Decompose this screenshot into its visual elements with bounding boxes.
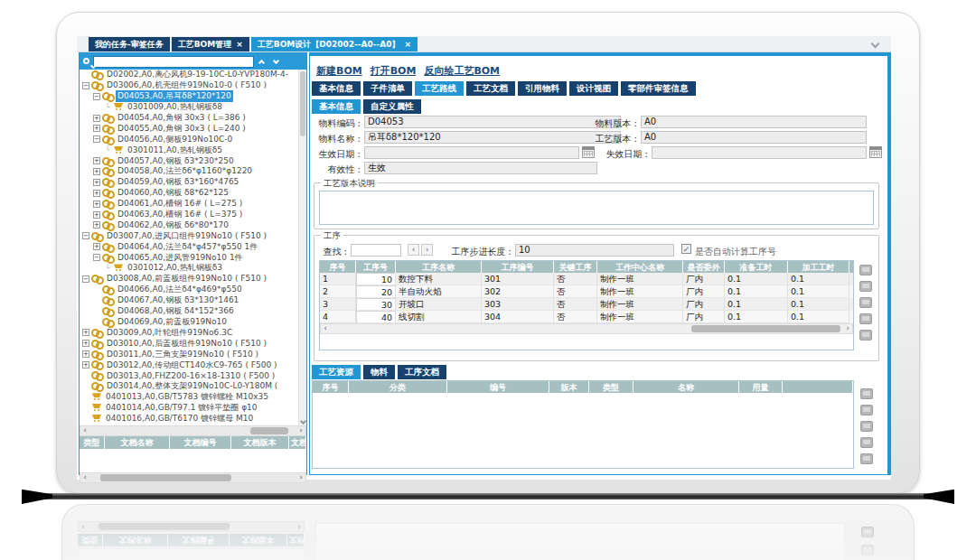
collapse-icon[interactable]	[82, 232, 89, 239]
scroll-down-arrow-icon[interactable]	[300, 418, 306, 425]
search-prev-button[interactable]	[254, 56, 268, 68]
subtab-basic-info[interactable]: 基本信息	[312, 99, 361, 114]
cell[interactable]: 30	[356, 298, 396, 311]
tree-item[interactable]: 0301011,A0,热轧钢板δ5	[80, 145, 306, 155]
table-tool-button[interactable]	[859, 281, 872, 292]
tree-item[interactable]: D04060,A0,钢板 δ8*62*125	[80, 188, 306, 199]
tab-step-doc[interactable]: 工序文档	[398, 365, 446, 379]
scroll-right-arrow-icon[interactable]	[296, 426, 305, 435]
process-table-horizontal-scrollbar[interactable]	[320, 323, 853, 334]
expire-date-field[interactable]	[652, 146, 867, 159]
tree-item[interactable]: D04055,A0,角钢 30x3 ( L=240 )	[80, 123, 306, 134]
collapse-icon[interactable]	[82, 82, 89, 89]
tree-item[interactable]: D03014,A0,整体支架919No10C-L0-Y180M (	[80, 381, 306, 392]
close-icon[interactable]	[404, 41, 411, 49]
tree-item[interactable]: D04061,A0,槽钢 16# ( L=275 )	[80, 199, 306, 210]
process-row[interactable]: 110数控下料301否制作一班厂内0.10.1	[320, 273, 853, 285]
scroll-right-arrow-icon[interactable]	[296, 473, 305, 482]
tab-process-resource[interactable]: 工艺资源	[312, 365, 361, 379]
expand-icon[interactable]	[93, 221, 100, 229]
expand-icon[interactable]	[93, 157, 100, 164]
validity-field[interactable]: 生效	[364, 162, 597, 174]
tree-item[interactable]: D04068,A0,钢板 δ4*152*366	[80, 306, 306, 317]
table-tool-button[interactable]	[859, 297, 872, 308]
tree-item[interactable]: 0401016,A0,GB/T6170 镀锌螺母 M10	[80, 414, 306, 425]
prev-step-button[interactable]: ‹	[408, 244, 419, 256]
scrollbar-thumb[interactable]	[691, 325, 840, 332]
tab-process-doc[interactable]: 工艺文档	[466, 81, 515, 96]
scroll-left-arrow-icon[interactable]	[80, 426, 89, 435]
table-tool-button[interactable]	[859, 330, 872, 341]
tree-item[interactable]: D04058,A0,法兰δ6*φ1160*φ1220	[80, 166, 306, 177]
tab-material[interactable]: 物料	[363, 365, 395, 379]
table-tool-button[interactable]	[860, 421, 873, 432]
calendar-icon[interactable]	[582, 146, 595, 158]
scroll-right-arrow-icon[interactable]	[843, 324, 852, 333]
tree-item[interactable]: D04066,A0,法兰δ4*φ469*φ550	[80, 285, 306, 295]
cell[interactable]: 20	[356, 285, 396, 298]
tree-item[interactable]: D04065,A0,进风管919No10 1件	[80, 252, 306, 263]
doc-table-horizontal-scrollbar[interactable]	[80, 472, 306, 483]
tree-item[interactable]: 0301009,A0,热轧钢板δ8	[80, 102, 306, 113]
scroll-left-arrow-icon[interactable]	[80, 473, 89, 482]
calendar-icon[interactable]	[869, 146, 882, 158]
expand-icon[interactable]	[82, 340, 89, 347]
expand-icon[interactable]	[93, 201, 100, 208]
effective-date-field[interactable]	[364, 146, 579, 159]
tree-item[interactable]: D03006,A0,机壳组件919No10-0 ( F510 )	[80, 80, 306, 91]
expand-icon[interactable]	[82, 350, 89, 358]
tree-item[interactable]: D04056,A0,侧板919No10C-0	[80, 134, 306, 145]
material-code-field[interactable]: D04053	[364, 116, 621, 128]
new-bom-link[interactable]: 新建BOM	[316, 64, 362, 78]
expand-icon[interactable]	[93, 179, 100, 186]
tree-item[interactable]: D04064,A0,法兰δ4*φ457*φ550 1件	[80, 241, 306, 252]
tree-item[interactable]: D04057,A0,钢板 δ3*230*250	[80, 155, 306, 166]
open-bom-link[interactable]: 打开BOM	[371, 64, 417, 78]
tree-item[interactable]: 0401014,A0,GB/T97.1 镀锌平垫圈 φ10	[80, 403, 306, 414]
auto-number-checkbox[interactable]	[681, 244, 691, 254]
scroll-left-arrow-icon[interactable]	[321, 324, 330, 333]
expand-icon[interactable]	[82, 361, 89, 369]
tab-bom-design[interactable]: 工艺BOM设计【D02002--A0--A0】	[251, 37, 418, 51]
subtab-custom-props[interactable]: 自定义属性	[363, 99, 421, 114]
tree-item[interactable]: D03010,A0,后盖板组件919No10 ( F510 )	[80, 338, 306, 349]
tree-horizontal-scrollbar[interactable]	[80, 425, 306, 436]
tree-item[interactable]: D04067,A0,钢板 δ3*130*1461	[80, 295, 306, 306]
collapse-icon[interactable]	[82, 275, 89, 283]
collapse-icon[interactable]	[93, 254, 100, 261]
process-row[interactable]: 220半自动火焰302否制作一班厂内0.10.1	[320, 285, 853, 298]
tab-my-tasks[interactable]: 我的任务-审签任务	[89, 37, 170, 51]
tab-ref-material[interactable]: 引用物料	[518, 81, 567, 96]
find-input[interactable]	[351, 244, 401, 257]
search-next-button[interactable]	[268, 56, 283, 68]
table-tool-button[interactable]	[860, 405, 873, 415]
tree-item[interactable]: D03009,A0,叶轮组件919No6.3C	[80, 327, 306, 338]
collapse-icon[interactable]	[93, 93, 100, 100]
tree-item-selected[interactable]: D04053,A0,吊耳δ8*120*120	[80, 91, 306, 102]
process-row[interactable]: 440线切割304否制作一班厂内0.10.1	[320, 311, 853, 323]
expand-icon[interactable]	[93, 211, 100, 219]
expand-icon[interactable]	[82, 329, 89, 336]
tab-design-view[interactable]: 设计视图	[569, 81, 618, 96]
tree-item[interactable]: D02002,A0,离心风机9-19-10C-L0-YVP180M-4-	[80, 70, 306, 80]
material-version-field[interactable]: A0	[641, 116, 867, 128]
material-name-field[interactable]: 吊耳δ8*120*120	[364, 131, 621, 144]
expand-icon[interactable]	[93, 125, 100, 132]
table-tool-button[interactable]	[859, 313, 872, 324]
tab-part-approval[interactable]: 零部件审签信息	[621, 81, 696, 96]
close-icon[interactable]	[236, 41, 243, 49]
table-tool-button[interactable]	[859, 265, 872, 275]
tab-basic-info[interactable]: 基本信息	[312, 81, 361, 96]
reverse-bom-link[interactable]: 反向绘工艺BOM	[424, 64, 500, 78]
step-length-field[interactable]: 10	[515, 244, 674, 257]
process-version-field[interactable]: A0	[641, 131, 867, 144]
tab-bom-manage[interactable]: 工艺BOM管理	[172, 37, 249, 51]
expand-icon[interactable]	[93, 243, 100, 250]
collapse-icon[interactable]	[93, 135, 100, 143]
cell[interactable]: 10	[356, 273, 396, 285]
table-tool-button[interactable]	[860, 437, 873, 448]
tab-child-list[interactable]: 子件清单	[363, 81, 412, 96]
tree-item[interactable]: 0401013,A0,GB/T5783 镀锌螺栓 M10x35	[80, 392, 306, 403]
next-step-button[interactable]: ›	[421, 244, 433, 256]
tree-item[interactable]: D04059,A0,钢板 δ3*160*4765	[80, 177, 306, 188]
